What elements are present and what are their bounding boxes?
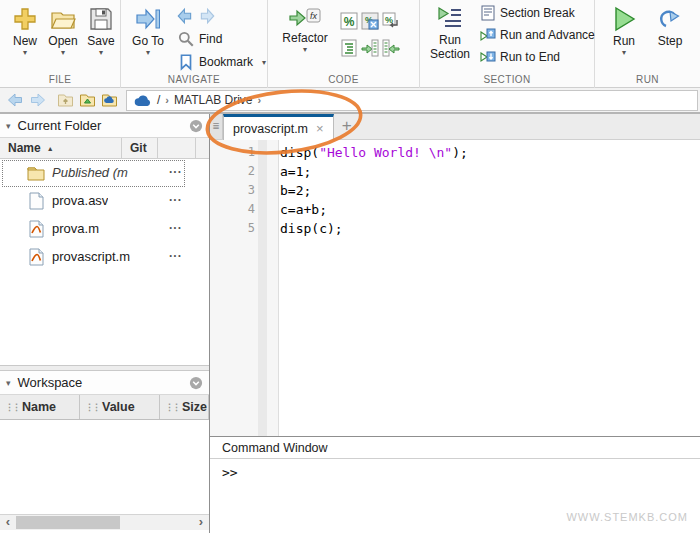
code-line: 2 a=1;	[210, 162, 700, 181]
path-chevron-icon[interactable]: ›	[257, 94, 261, 106]
goto-button[interactable]: Go To ▾	[129, 5, 167, 57]
comment-icon[interactable]: %	[340, 12, 358, 30]
history-arrows	[176, 7, 216, 25]
new-button[interactable]: New ▾	[6, 5, 44, 57]
goto-icon	[134, 5, 162, 33]
folder-cloud-icon[interactable]	[100, 91, 119, 109]
document-list-icon[interactable]: ≣	[210, 114, 223, 139]
current-folder-title: Current Folder	[18, 118, 189, 133]
open-button[interactable]: Open ▾	[44, 5, 82, 57]
code-text: disp(c);	[255, 219, 343, 238]
column-header-blank[interactable]	[158, 138, 196, 158]
uncomment-icon[interactable]: %	[361, 12, 379, 30]
search-icon	[177, 30, 195, 48]
refactor-dropdown-arrow[interactable]: ▾	[280, 45, 330, 54]
indent-right-icon[interactable]	[361, 39, 379, 57]
run-button[interactable]: Run ▾	[605, 5, 643, 57]
path-chevron-icon[interactable]: ›	[165, 94, 169, 106]
open-folder-icon	[49, 5, 77, 33]
folder-browse-icon[interactable]	[78, 91, 97, 109]
bookmark-dropdown-arrow[interactable]: ▾	[262, 58, 266, 67]
step-button[interactable]: Step	[651, 5, 689, 48]
run-section-button[interactable]: Run Section	[426, 5, 474, 61]
code-line: 1 disp("Hello World! \n");	[210, 143, 700, 162]
collapse-triangle-icon[interactable]: ▾	[6, 121, 11, 131]
path-drive[interactable]: MATLAB Drive	[174, 93, 252, 107]
new-tab-icon[interactable]: +	[334, 114, 360, 139]
file-row-published[interactable]: Published (m ...	[0, 159, 209, 187]
section-break-button[interactable]: Section Break	[480, 5, 575, 21]
tab-close-icon[interactable]: ×	[316, 121, 324, 136]
nav-forward-icon[interactable]	[28, 91, 47, 109]
horizontal-scrollbar[interactable]: ‹ ›	[0, 514, 209, 530]
file-row-provascript-m[interactable]: provascript.m ...	[0, 243, 209, 271]
collapse-triangle-icon[interactable]: ▾	[6, 378, 11, 388]
find-label: Find	[199, 32, 222, 46]
file-row-prova-asv[interactable]: prova.asv ...	[0, 187, 209, 215]
nav-back-icon[interactable]	[6, 91, 25, 109]
open-dropdown-arrow[interactable]: ▾	[44, 48, 82, 57]
sort-asc-icon: ▲	[47, 145, 54, 152]
row-more-icon[interactable]: ...	[169, 218, 182, 232]
file-row-prova-m[interactable]: prova.m ...	[0, 215, 209, 243]
line-number: 2	[210, 162, 255, 181]
workspace-column-size[interactable]: ⋮⋮ Size	[160, 395, 209, 419]
indent-left-icon[interactable]	[382, 39, 400, 57]
drag-handle-icon: ⋮⋮	[5, 402, 19, 412]
folder-up-icon[interactable]	[56, 91, 75, 109]
find-button[interactable]: Find	[177, 30, 222, 48]
run-to-end-button[interactable]: Run to End	[480, 49, 560, 65]
file-icon	[27, 192, 45, 210]
run-and-advance-icon	[480, 27, 496, 43]
panel-menu-icon[interactable]	[189, 119, 203, 133]
bookmark-label: Bookmark	[199, 55, 253, 69]
smart-indent-icon[interactable]	[340, 39, 358, 57]
row-more-icon[interactable]: ...	[169, 162, 182, 176]
panel-menu-icon[interactable]	[189, 376, 203, 390]
line-number: 4	[210, 200, 255, 219]
percent-glyph: %	[385, 15, 393, 25]
column-header-git[interactable]: Git	[122, 138, 158, 158]
sidebar: ▾ Current Folder Name ▲ Git Published (m…	[0, 114, 210, 533]
save-label: Save	[82, 34, 120, 48]
scroll-right-icon[interactable]: ›	[194, 515, 208, 530]
step-label: Step	[651, 34, 689, 48]
path-root[interactable]: /	[157, 93, 160, 107]
indent-icons-row	[340, 39, 400, 57]
save-dropdown-arrow[interactable]: ▾	[82, 48, 120, 57]
editor-region: ≣ provascript.m × + 1 disp("Hello World!…	[210, 114, 700, 533]
run-and-advance-button[interactable]: Run and Advance	[480, 27, 595, 43]
workspace-column-value[interactable]: ⋮⋮ Value	[80, 395, 160, 419]
navigate-group: Go To ▾ Find Bookmark ▾ NAVIGATE	[121, 0, 268, 88]
code-text: c=a+b;	[255, 200, 327, 219]
column-header-name[interactable]: Name ▲	[0, 138, 122, 158]
line-number: 1	[210, 143, 255, 162]
code-editor[interactable]: 1 disp("Hello World! \n"); 2 a=1; 3 b=2;…	[210, 140, 700, 436]
tab-title: provascript.m	[233, 122, 308, 136]
refactor-label: Refactor	[280, 32, 330, 45]
workspace-column-name[interactable]: ⋮⋮ Name	[0, 395, 80, 419]
back-icon[interactable]	[176, 7, 194, 25]
main-area: ▾ Current Folder Name ▲ Git Published (m…	[0, 114, 700, 533]
refactor-button[interactable]: fx Refactor ▾	[280, 5, 330, 54]
tab-provascript[interactable]: provascript.m ×	[223, 114, 334, 140]
wrap-comments-icon[interactable]: %	[382, 12, 400, 30]
run-dropdown-arrow[interactable]: ▾	[605, 48, 643, 57]
bookmark-button[interactable]: Bookmark ▾	[177, 53, 266, 71]
save-button[interactable]: Save ▾	[82, 5, 120, 57]
scroll-left-icon[interactable]: ‹	[1, 515, 15, 530]
command-prompt[interactable]: >>	[210, 459, 700, 486]
new-dropdown-arrow[interactable]: ▾	[6, 48, 44, 57]
navigate-group-label: NAVIGATE	[121, 74, 267, 85]
row-more-icon[interactable]: ...	[169, 246, 182, 260]
goto-dropdown-arrow[interactable]: ▾	[129, 48, 167, 57]
forward-icon[interactable]	[198, 7, 216, 25]
code-lines: 1 disp("Hello World! \n"); 2 a=1; 3 b=2;…	[210, 140, 700, 238]
file-name: prova.m	[52, 221, 99, 236]
scrollbar-thumb[interactable]	[16, 516, 120, 529]
run-section-label-line2: Section	[426, 48, 474, 61]
path-field[interactable]: / › MATLAB Drive ›	[126, 90, 698, 111]
workspace-header: ▾ Workspace	[0, 371, 209, 395]
row-more-icon[interactable]: ...	[169, 190, 182, 204]
line-number: 3	[210, 181, 255, 200]
